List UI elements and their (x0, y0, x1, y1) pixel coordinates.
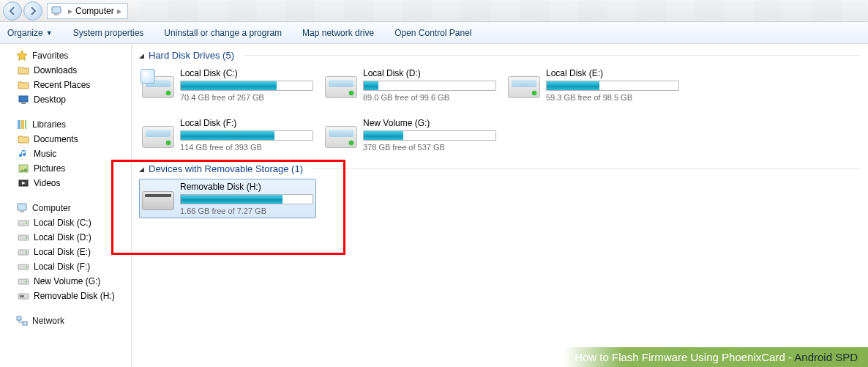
drive-name: New Volume (G:) (363, 118, 496, 128)
section-header[interactable]: ◢Devices with Removable Storage (1) (139, 163, 861, 174)
capacity-bar (180, 194, 313, 204)
svg-rect-24 (17, 316, 21, 320)
libraries-icon (16, 119, 28, 130)
svg-point-19 (26, 267, 27, 268)
drive-free-text: 378 GB free of 537 GB (363, 143, 496, 152)
sidebar-item-downloads[interactable]: Downloads (4, 63, 131, 78)
network-group: Network (4, 314, 131, 328)
libraries-header[interactable]: Libraries (4, 117, 131, 132)
organize-label: Organize (7, 28, 43, 38)
sidebar-item-pictures[interactable]: Pictures (4, 161, 131, 176)
dropdown-chevron-icon: ▼ (46, 29, 53, 37)
breadcrumb-chevron-icon[interactable]: ▸ (117, 6, 121, 16)
removable-drive-icon (142, 184, 174, 213)
sidebar-item-documents[interactable]: Documents (4, 132, 131, 147)
pictures-icon (18, 163, 29, 174)
drive-icon (18, 231, 29, 243)
folder-icon (18, 64, 29, 76)
svg-rect-2 (19, 96, 28, 102)
drive-list: Removable Disk (H:)1.66 GB free of 7.27 … (139, 179, 861, 218)
uninstall-program-button[interactable]: Uninstall or change a program (164, 28, 282, 38)
network-header[interactable]: Network (4, 314, 131, 328)
documents-icon (18, 133, 29, 145)
drive-item[interactable]: Local Disk (D:)89.0 GB free of 99.6 GB (322, 65, 499, 105)
favorites-header[interactable]: Favorites (4, 48, 131, 63)
drive-free-text: 1.66 GB free of 7.27 GB (180, 207, 313, 215)
folder-icon (18, 79, 29, 91)
section-header[interactable]: ◢Hard Disk Drives (5) (139, 50, 861, 61)
organize-menu[interactable]: Organize ▼ (7, 28, 53, 38)
sidebar-item-new-volume-g[interactable]: New Volume (G:) (4, 274, 131, 289)
svg-rect-5 (21, 120, 24, 129)
drive-item[interactable]: Local Disk (F:)114 GB free of 393 GB (139, 115, 316, 155)
hard-drive-icon (508, 70, 540, 100)
computer-header[interactable]: Computer (4, 201, 131, 215)
drive-name: Local Disk (D:) (363, 68, 496, 78)
map-network-drive-button[interactable]: Map network drive (302, 28, 374, 38)
removable-drive-icon (18, 290, 29, 302)
capacity-bar (180, 81, 313, 91)
hard-drive-icon (325, 120, 357, 149)
sidebar-item-local-disk-d[interactable]: Local Disk (D:) (4, 230, 131, 245)
svg-point-13 (26, 223, 27, 224)
sidebar-item-recent-places[interactable]: Recent Places (4, 78, 131, 92)
drive-item[interactable]: New Volume (G:)378 GB free of 537 GB (322, 115, 499, 155)
drive-item[interactable]: Removable Disk (H:)1.66 GB free of 7.27 … (139, 179, 316, 218)
svg-rect-1 (54, 14, 59, 15)
windows-badge-icon (141, 69, 155, 84)
drive-free-text: 89.0 GB free of 99.6 GB (363, 93, 496, 102)
drive-name: Local Disk (F:) (180, 118, 313, 128)
collapse-arrow-icon: ◢ (139, 166, 144, 173)
sidebar-item-local-disk-e[interactable]: Local Disk (E:) (4, 245, 131, 259)
capacity-bar (180, 130, 313, 141)
svg-rect-3 (21, 103, 26, 104)
computer-icon (50, 5, 62, 17)
sidebar-item-local-disk-f[interactable]: Local Disk (F:) (4, 259, 131, 274)
drive-name: Removable Disk (H:) (180, 182, 313, 192)
svg-rect-0 (52, 7, 61, 13)
drive-icon (18, 275, 29, 287)
videos-icon (18, 177, 29, 189)
hard-drive-icon (142, 120, 174, 149)
section-title: Devices with Removable Storage (1) (149, 163, 303, 174)
hard-drive-icon (325, 70, 357, 100)
drive-item[interactable]: Local Disk (C:)70.4 GB free of 267 GB (139, 65, 316, 105)
capacity-bar (363, 81, 496, 91)
sidebar-item-music[interactable]: Music (4, 147, 131, 161)
section-title: Hard Disk Drives (5) (149, 50, 234, 61)
svg-point-17 (26, 252, 27, 253)
drive-icon (18, 246, 29, 258)
svg-rect-11 (20, 211, 24, 212)
svg-rect-10 (18, 204, 26, 210)
capacity-bar (546, 81, 679, 91)
drive-icon (18, 217, 29, 229)
system-properties-button[interactable]: System properties (73, 28, 144, 38)
forward-button[interactable] (23, 1, 42, 21)
drive-free-text: 70.4 GB free of 267 GB (180, 93, 313, 102)
sidebar-item-desktop[interactable]: Desktop (4, 92, 131, 107)
navigation-pane: Favorites Downloads Recent Places Deskto… (0, 44, 132, 367)
svg-rect-23 (20, 295, 24, 297)
sidebar-item-local-disk-c[interactable]: Local Disk (C:) (4, 215, 131, 230)
watermark: How to Flash Firmware Using PhoenixCard … (564, 347, 868, 367)
back-button[interactable] (3, 1, 22, 21)
music-icon (18, 148, 29, 160)
address-field[interactable]: ▸ Computer ▸ (47, 3, 128, 19)
desktop-icon (18, 94, 29, 105)
drive-free-text: 59.3 GB free of 98.5 GB (546, 93, 679, 102)
breadcrumb-location[interactable]: Computer (75, 6, 114, 16)
star-icon (16, 50, 28, 62)
command-toolbar: Organize ▼ System properties Uninstall o… (0, 22, 868, 44)
breadcrumb-chevron-icon[interactable]: ▸ (68, 6, 72, 16)
content-pane: ◢Hard Disk Drives (5)Local Disk (C:)70.4… (132, 44, 868, 367)
drive-list: Local Disk (C:)70.4 GB free of 267 GBLoc… (139, 65, 861, 155)
sidebar-item-removable-disk-h[interactable]: Removable Disk (H:) (4, 289, 131, 303)
drive-name: Local Disk (C:) (180, 68, 313, 78)
sidebar-item-videos[interactable]: Videos (4, 176, 131, 190)
collapse-arrow-icon: ◢ (139, 52, 144, 59)
computer-group: Computer Local Disk (C:) Local Disk (D:)… (4, 201, 131, 303)
drive-item[interactable]: Local Disk (E:)59.3 GB free of 98.5 GB (505, 65, 682, 105)
svg-rect-4 (18, 120, 20, 129)
svg-point-21 (26, 281, 27, 283)
open-control-panel-button[interactable]: Open Control Panel (394, 28, 471, 38)
